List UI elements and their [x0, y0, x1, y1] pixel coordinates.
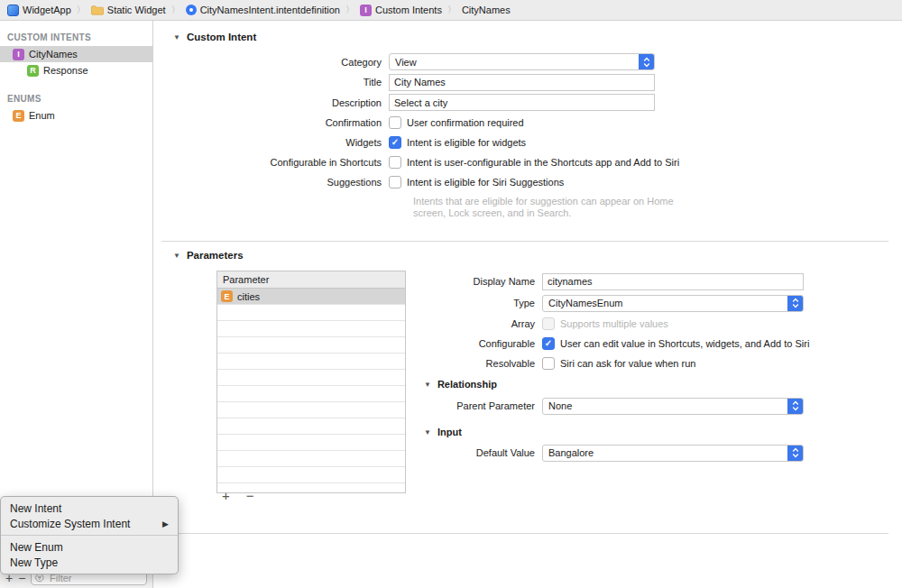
sidebar-item-citynames[interactable]: I CityNames [0, 46, 152, 62]
jump-bar: WidgetApp 〉 Static Widget 〉 CityNamesInt… [0, 0, 902, 21]
sidebar-item-label: CityNames [29, 49, 78, 60]
array-checkbox [542, 317, 555, 330]
response-badge-icon: R [27, 65, 39, 77]
enums-section-header: ENUMS [0, 91, 152, 107]
breadcrumb-item-custom-intents[interactable]: I Custom Intents [360, 5, 442, 16]
resolvable-text: Siri can ask for value when run [560, 358, 695, 369]
confirmation-label: Confirmation [154, 117, 389, 128]
divider [161, 533, 888, 534]
custom-intent-form: Category View Title Description Confirma… [154, 51, 902, 219]
sidebar-item-label: Enum [29, 110, 55, 121]
chevron-right-icon: 〉 [77, 4, 86, 16]
popup-stepper-icon [787, 399, 803, 414]
disclosure-triangle-icon[interactable]: ▼ [173, 251, 180, 259]
breadcrumb-label: Static Widget [107, 5, 166, 15]
section-title: Relationship [437, 379, 497, 390]
relationship-section-header[interactable]: ▼ Relationship [154, 373, 902, 395]
custom-intent-section-header[interactable]: ▼ Custom Intent [173, 32, 256, 42]
breadcrumb-item-citynames[interactable]: CityNames [462, 5, 511, 15]
table-row-empty [217, 467, 405, 483]
widgets-checkbox[interactable] [389, 136, 401, 149]
disclosure-triangle-icon[interactable]: ▼ [173, 32, 180, 41]
sidebar-item-label: Response [43, 65, 88, 76]
default-value-popup[interactable]: Bangalore [542, 445, 804, 462]
configurable-label: Configurable [154, 338, 542, 349]
intents-sidebar: CUSTOM INTENTS I CityNames R Response EN… [0, 21, 153, 566]
display-name-field[interactable] [542, 273, 804, 290]
intent-definition-file-icon [186, 5, 197, 15]
configurable-checkbox[interactable] [542, 337, 555, 350]
disclosure-triangle-icon[interactable]: ▼ [424, 380, 431, 388]
suggestions-label: Suggestions [154, 177, 389, 188]
custom-intents-section-header: CUSTOM INTENTS [0, 30, 152, 46]
breadcrumb-item-project[interactable]: WidgetApp [7, 5, 71, 16]
sidebar-item-enum[interactable]: E Enum [0, 107, 152, 124]
chevron-right-icon: 〉 [345, 4, 354, 16]
folder-icon [91, 5, 104, 15]
popup-value: View [395, 57, 417, 68]
resolvable-checkbox[interactable] [542, 357, 555, 370]
confirmation-checkbox[interactable] [389, 116, 401, 129]
widgets-text: Intent is eligible for widgets [407, 137, 526, 148]
suggestions-text: Intent is eligible for Siri Suggestions [407, 177, 564, 188]
category-popup[interactable]: View [389, 53, 655, 70]
parameter-detail-panel: Display Name Type CityNamesEnum Array Su… [154, 271, 902, 464]
popup-value: None [548, 400, 572, 411]
popup-stepper-icon [639, 54, 654, 69]
suggestions-help-text: Intents that are eligible for suggestion… [413, 196, 702, 219]
chevron-right-icon: 〉 [447, 4, 456, 16]
widgets-label: Widgets [154, 137, 389, 148]
section-title: Custom Intent [187, 32, 256, 42]
menu-item-new-type[interactable]: New Type [1, 555, 178, 570]
chevron-right-icon: 〉 [171, 4, 180, 16]
popup-stepper-icon [787, 446, 803, 461]
resolvable-label: Resolvable [154, 358, 542, 369]
app-project-icon [7, 5, 19, 16]
title-field[interactable] [389, 74, 655, 91]
input-section-header[interactable]: ▼ Input [154, 417, 902, 442]
breadcrumb-item-file[interactable]: CityNamesIntent.intentdefinition [186, 5, 340, 15]
divider [161, 241, 888, 242]
section-title: Parameters [187, 250, 244, 261]
popup-stepper-icon [787, 296, 803, 311]
array-text: Supports multiple values [560, 318, 668, 329]
menu-item-new-intent[interactable]: New Intent [1, 501, 178, 516]
menu-item-label: Customize System Intent [10, 518, 130, 530]
disclosure-triangle-icon[interactable]: ▼ [424, 427, 431, 436]
intent-editor: ▼ Custom Intent Category View Title Desc… [154, 21, 902, 588]
add-context-menu: New Intent Customize System Intent ▶ New… [0, 496, 179, 574]
category-label: Category [154, 57, 389, 68]
breadcrumb-label: CityNames [462, 5, 511, 15]
menu-separator [1, 535, 178, 536]
menu-item-customize-system-intent[interactable]: Customize System Intent ▶ [1, 516, 178, 531]
parent-parameter-label: Parent Parameter [154, 400, 542, 411]
breadcrumb-label: CityNamesIntent.intentdefinition [200, 5, 340, 15]
type-popup[interactable]: CityNamesEnum [542, 295, 804, 312]
intent-badge-icon: I [13, 49, 24, 60]
enum-badge-icon: E [13, 110, 24, 122]
add-parameter-button[interactable]: + [222, 488, 230, 503]
breadcrumb-item-group[interactable]: Static Widget [91, 5, 166, 15]
confirmation-text: User confirmation required [407, 117, 524, 128]
menu-item-new-enum[interactable]: New Enum [1, 539, 178, 555]
array-label: Array [154, 318, 542, 329]
intent-badge-icon: I [360, 5, 372, 16]
default-value-label: Default Value [154, 447, 542, 458]
sidebar-item-response[interactable]: R Response [0, 62, 152, 78]
configurable-shortcuts-text: Intent is user-configurable in the Short… [407, 157, 679, 168]
remove-parameter-button[interactable]: − [246, 488, 254, 503]
configurable-text: User can edit value in Shortcuts, widget… [560, 338, 809, 349]
parent-parameter-popup[interactable]: None [542, 398, 804, 415]
popup-value: Bangalore [548, 447, 594, 458]
section-title: Input [437, 427, 462, 437]
description-label: Description [154, 97, 389, 108]
description-field[interactable] [389, 94, 655, 111]
configurable-shortcuts-checkbox[interactable] [389, 156, 401, 169]
parameters-section-header[interactable]: ▼ Parameters [173, 250, 244, 261]
suggestions-checkbox[interactable] [389, 176, 401, 188]
popup-value: CityNamesEnum [548, 298, 623, 308]
breadcrumb-label: Custom Intents [375, 5, 442, 15]
configurable-shortcuts-label: Configurable in Shortcuts [154, 157, 389, 168]
submenu-arrow-icon: ▶ [162, 519, 169, 528]
title-label: Title [154, 77, 389, 87]
